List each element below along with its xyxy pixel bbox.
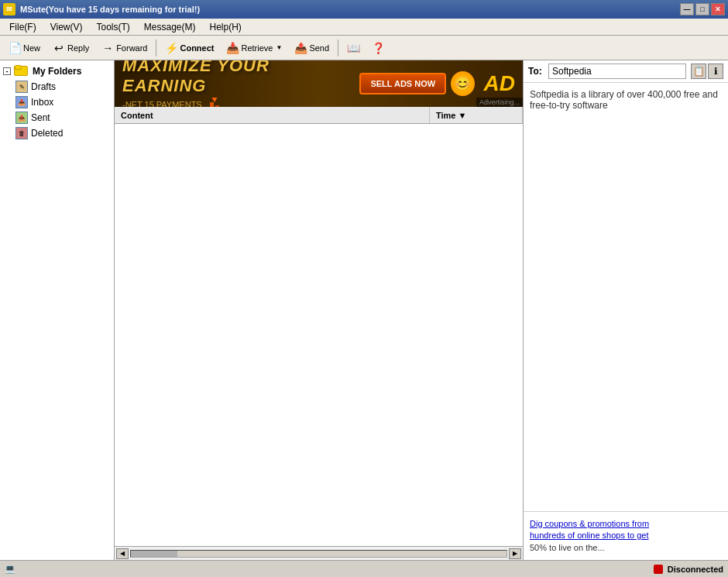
status-indicator <box>654 565 663 574</box>
sidebar-item-sent[interactable]: 📤 Sent <box>12 110 114 125</box>
toolbar-separator-1 <box>156 39 156 57</box>
new-label: New <box>23 43 40 53</box>
reply-icon: ↩ <box>53 42 65 54</box>
svg-rect-1 <box>215 105 219 107</box>
to-info-btn[interactable]: ℹ <box>708 64 723 79</box>
forward-icon: → <box>101 42 114 54</box>
promo-line3: 50% to live on the... <box>530 543 605 552</box>
send-button[interactable]: 📤 Send <box>289 38 335 58</box>
drafts-icon: ✎ <box>15 81 28 93</box>
menu-tools[interactable]: Tools(T) <box>90 20 136 34</box>
connect-icon: ⚡ <box>165 42 177 54</box>
ad-logo: AD <box>484 71 515 96</box>
sent-icon: 📤 <box>15 112 28 124</box>
ad-left: MAXIMIZE YOUR EARNING -NET 15 PAYMENTS <box>122 60 347 107</box>
sidebar-item-inbox[interactable]: 📥 Inbox <box>12 94 114 110</box>
status-text: Disconnected <box>668 565 723 574</box>
deleted-icon: 🗑 <box>15 127 28 139</box>
ad-banner[interactable]: MAXIMIZE YOUR EARNING -NET 15 PAYMENTS S… <box>115 60 523 107</box>
ad-main-text: MAXIMIZE YOUR EARNING <box>122 60 347 96</box>
svg-rect-0 <box>210 102 214 107</box>
toolbar-separator-2 <box>338 39 338 57</box>
content-table-area: Content Time ▼ <box>115 107 523 546</box>
inbox-label: Inbox <box>31 97 53 108</box>
right-panel: To: 📋 ℹ Softpedia is a library of over 4… <box>523 60 728 560</box>
retrieve-button[interactable]: 📥 Retrieve ▼ <box>221 38 287 58</box>
statusbar: 💻 Disconnected <box>0 560 728 577</box>
table-header: Content Time ▼ <box>115 107 523 124</box>
h-scroll-right-btn[interactable]: ▶ <box>509 548 521 559</box>
promo-line2[interactable]: hundreds of online shops to get <box>530 531 649 540</box>
to-label: To: <box>528 66 544 77</box>
toolbar: 📄 New ↩ Reply → Forward ⚡ Connect 📥 Retr… <box>0 36 728 60</box>
sidebar-item-deleted[interactable]: 🗑 Deleted <box>12 125 114 141</box>
titlebar: ✉ MSute(You have 15 days remaining for t… <box>0 0 728 19</box>
forward-button[interactable]: → Forward <box>96 38 153 58</box>
sent-label: Sent <box>31 112 50 123</box>
status-pc-icon: 💻 <box>5 564 15 574</box>
description-area: Softpedia is a library of over 400,000 f… <box>524 83 728 511</box>
svg-marker-2 <box>211 98 217 102</box>
deleted-label: Deleted <box>31 128 63 139</box>
new-icon: 📄 <box>9 42 21 54</box>
sidebar: - My Folders ✎ Drafts 📥 Inbox 📤 Sent 🗑 D… <box>0 60 115 560</box>
sidebar-item-myfolders[interactable]: - My Folders <box>0 64 114 79</box>
address-book-button[interactable]: 📖 <box>342 38 365 58</box>
titlebar-left: ✉ MSute(You have 15 days remaining for t… <box>3 3 200 15</box>
app-icon: ✉ <box>3 3 15 15</box>
connect-button[interactable]: ⚡ Connect <box>160 38 219 58</box>
close-button[interactable]: ✕ <box>711 3 725 15</box>
ad-sell-btn[interactable]: SELL ADS NOW <box>359 73 446 94</box>
drafts-label: Drafts <box>31 81 56 92</box>
building-icon <box>207 96 222 107</box>
main-area: - My Folders ✎ Drafts 📥 Inbox 📤 Sent 🗑 D… <box>0 60 728 560</box>
status-left: 💻 <box>5 564 15 574</box>
h-scroll-thumb <box>131 551 177 557</box>
to-input[interactable] <box>548 64 686 79</box>
titlebar-controls: — □ ✕ <box>680 3 725 15</box>
reply-label: Reply <box>67 43 89 53</box>
h-scroll-left-btn[interactable]: ◀ <box>116 548 129 559</box>
h-scroll-track[interactable] <box>130 550 507 558</box>
forward-label: Forward <box>116 43 147 53</box>
ad-advertising-label: Advertising... <box>476 98 523 107</box>
menu-file[interactable]: File(F) <box>3 20 43 34</box>
table-body <box>115 124 523 546</box>
to-icons: 📋 ℹ <box>691 64 723 79</box>
myfolders-label: My Folders <box>33 66 81 77</box>
center-area: MAXIMIZE YOUR EARNING -NET 15 PAYMENTS S… <box>115 60 523 560</box>
retrieve-label: Retrieve <box>241 43 273 53</box>
maximize-button[interactable]: □ <box>695 3 709 15</box>
retrieve-dropdown-arrow: ▼ <box>276 44 282 51</box>
myfolder-icon <box>14 65 26 76</box>
minimize-button[interactable]: — <box>680 3 694 15</box>
menu-message[interactable]: Message(M) <box>138 20 202 34</box>
send-label: Send <box>309 43 329 53</box>
menu-view[interactable]: View(V) <box>44 20 89 34</box>
help-icon: ❓ <box>372 42 384 54</box>
menu-help[interactable]: Help(H) <box>204 20 248 34</box>
h-scrollbar[interactable]: ◀ ▶ <box>115 546 523 560</box>
description-text: Softpedia is a library of over 400,000 f… <box>530 89 718 111</box>
to-field: To: 📋 ℹ <box>524 60 728 83</box>
ad-smiley-icon: 😊 <box>451 71 474 96</box>
promo-line1[interactable]: Dig coupons & promotions from <box>530 519 649 528</box>
help-button[interactable]: ❓ <box>366 38 390 58</box>
reply-button[interactable]: ↩ Reply <box>47 38 94 58</box>
ad-logo-text: AD <box>484 71 515 95</box>
to-addr-btn[interactable]: 📋 <box>691 64 706 79</box>
col-header-time[interactable]: Time ▼ <box>430 107 523 123</box>
collapse-icon[interactable]: - <box>3 67 11 75</box>
menubar: File(F) View(V) Tools(T) Message(M) Help… <box>0 19 728 36</box>
address-book-icon: 📖 <box>347 42 359 54</box>
ad-sub-text: -NET 15 PAYMENTS <box>122 100 202 107</box>
sidebar-item-drafts[interactable]: ✎ Drafts <box>12 79 114 94</box>
status-right: Disconnected <box>654 565 723 574</box>
retrieve-icon: 📥 <box>226 42 239 54</box>
col-header-content[interactable]: Content <box>115 107 430 123</box>
app-title: MSute(You have 15 days remaining for tri… <box>20 5 200 14</box>
connect-label: Connect <box>180 43 214 53</box>
new-button[interactable]: 📄 New <box>3 38 46 58</box>
promo-text: Dig coupons & promotions from hundreds o… <box>530 518 722 554</box>
ad-promo-area: Dig coupons & promotions from hundreds o… <box>524 511 728 560</box>
